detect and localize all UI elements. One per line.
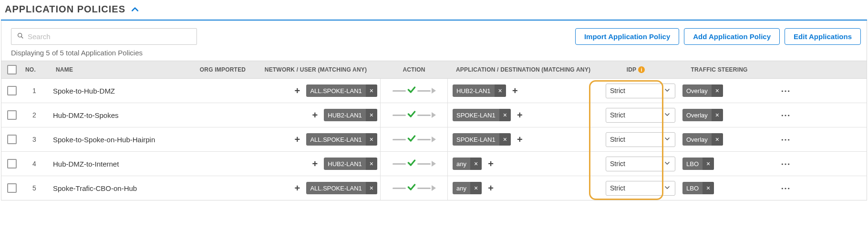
tag: any × — [453, 182, 482, 194]
table-row: 3 Spoke-to-Spoke-on-Hub-Hairpin + ALL.SP… — [1, 127, 867, 152]
idp-select-value: Strict — [610, 87, 625, 95]
idp-select-value: Strict — [610, 160, 625, 168]
tag-label: any — [453, 160, 470, 168]
idp-select[interactable]: Strict — [606, 84, 675, 98]
add-network-button[interactable]: + — [310, 158, 320, 169]
row-menu-icon[interactable]: ⋯ — [781, 109, 791, 121]
table-row: 2 Hub-DMZ-to-Spokes + HUB2-LAN1 × SPOKE-… — [1, 103, 867, 127]
tag-remove-icon[interactable]: × — [470, 182, 482, 194]
tag-remove-icon[interactable]: × — [712, 133, 723, 146]
add-application-button[interactable]: + — [486, 158, 496, 169]
add-application-button[interactable]: + — [515, 134, 525, 145]
add-network-button[interactable]: + — [292, 85, 302, 96]
row-action-cell — [380, 79, 448, 103]
tag-label: ALL.SPOKE-LAN1 — [306, 87, 365, 95]
tag-label: HUB2-LAN1 — [324, 112, 366, 119]
row-checkbox[interactable] — [7, 86, 17, 95]
section-header[interactable]: APPLICATION POLICIES — [1, 3, 867, 21]
search-input[interactable] — [11, 28, 197, 45]
row-menu-icon[interactable]: ⋯ — [781, 182, 791, 194]
row-action-cell — [380, 176, 448, 200]
idp-select[interactable]: Strict — [606, 132, 675, 147]
add-application-button[interactable]: + — [510, 85, 520, 96]
tag-remove-icon[interactable]: × — [712, 109, 723, 121]
tag-remove-icon[interactable]: × — [366, 109, 377, 121]
add-network-button[interactable]: + — [292, 183, 302, 193]
info-icon[interactable]: i — [638, 66, 645, 73]
tag-label: ALL.SPOKE-LAN1 — [306, 136, 365, 143]
row-network-cell: + HUB2-LAN1 × — [248, 109, 380, 121]
add-network-button[interactable]: + — [292, 134, 302, 145]
tag: HUB2-LAN1 × — [324, 158, 377, 170]
svg-line-1 — [21, 36, 23, 38]
select-all-checkbox[interactable] — [7, 65, 17, 74]
tag: any × — [453, 158, 482, 170]
tag-label: HUB2-LAN1 — [453, 87, 495, 95]
tag: ALL.SPOKE-LAN1 × — [306, 84, 377, 97]
display-count: Displaying 5 of 5 total Application Poli… — [1, 47, 867, 61]
row-application-cell: any × + — [448, 158, 603, 170]
row-network-cell: + ALL.SPOKE-LAN1 × — [248, 133, 380, 146]
tag-remove-icon[interactable]: × — [366, 133, 377, 146]
tag: SPOKE-LAN1 × — [453, 133, 511, 146]
action-allow-icon — [393, 85, 436, 96]
tag: Overlay × — [682, 109, 723, 121]
row-action-cell — [380, 127, 448, 151]
idp-select-value: Strict — [610, 111, 625, 119]
row-checkbox[interactable] — [7, 110, 17, 120]
tag: HUB2-LAN1 × — [324, 109, 377, 121]
tag-remove-icon[interactable]: × — [366, 182, 377, 194]
tag-remove-icon[interactable]: × — [366, 158, 377, 170]
row-application-cell: SPOKE-LAN1 × + — [448, 133, 603, 146]
add-application-button[interactable]: + — [486, 183, 496, 193]
row-menu-icon[interactable]: ⋯ — [781, 158, 791, 169]
tag: SPOKE-LAN1 × — [453, 109, 511, 121]
add-application-button[interactable]: + — [515, 110, 525, 120]
idp-select-value: Strict — [610, 136, 625, 143]
idp-select[interactable]: Strict — [606, 157, 675, 171]
tag-remove-icon[interactable]: × — [470, 158, 482, 170]
row-number: 4 — [22, 160, 46, 168]
add-application-policy-button[interactable]: Add Application Policy — [684, 28, 780, 45]
row-number: 5 — [22, 184, 46, 192]
toolbar: Import Application Policy Add Applicatio… — [1, 21, 867, 47]
tag-remove-icon[interactable]: × — [712, 84, 723, 97]
idp-select[interactable]: Strict — [606, 181, 675, 196]
chevron-up-icon[interactable] — [130, 5, 140, 14]
tag-remove-icon[interactable]: × — [495, 84, 506, 97]
row-application-cell: HUB2-LAN1 × + — [448, 84, 603, 97]
tag: LBO × — [682, 158, 714, 170]
tag-label: any — [453, 185, 470, 192]
row-idp-cell: Strict — [603, 84, 678, 98]
tag-remove-icon[interactable]: × — [703, 158, 714, 170]
policies-table: NO. NAME ORG IMPORTED NETWORK / USER (MA… — [1, 61, 867, 200]
tag-remove-icon[interactable]: × — [703, 182, 714, 194]
idp-select[interactable]: Strict — [606, 108, 675, 123]
action-allow-icon — [393, 182, 436, 194]
tag: HUB2-LAN1 × — [453, 84, 506, 97]
tag-remove-icon[interactable]: × — [366, 84, 377, 97]
chevron-down-icon — [663, 111, 671, 120]
chevron-down-icon — [663, 86, 671, 95]
tag: LBO × — [682, 182, 714, 194]
row-traffic-steering-cell: Overlay × — [678, 109, 775, 121]
row-checkbox[interactable] — [7, 183, 17, 193]
row-network-cell: + ALL.SPOKE-LAN1 × — [248, 84, 380, 97]
import-application-policy-button[interactable]: Import Application Policy — [575, 28, 679, 45]
row-action-cell — [380, 152, 448, 176]
row-checkbox[interactable] — [7, 159, 17, 168]
row-network-cell: + ALL.SPOKE-LAN1 × — [248, 182, 380, 194]
action-allow-icon — [393, 134, 436, 145]
edit-applications-button[interactable]: Edit Applications — [785, 28, 861, 45]
row-menu-icon[interactable]: ⋯ — [781, 85, 791, 96]
add-network-button[interactable]: + — [310, 110, 320, 120]
tag: ALL.SPOKE-LAN1 × — [306, 182, 377, 194]
tag-label: Overlay — [682, 112, 712, 119]
tag-remove-icon[interactable]: × — [499, 133, 511, 146]
row-application-cell: SPOKE-LAN1 × + — [448, 109, 603, 121]
col-header-application: APPLICATION / DESTINATION (MATCHING ANY) — [448, 66, 599, 73]
tag-remove-icon[interactable]: × — [499, 109, 511, 121]
row-menu-icon[interactable]: ⋯ — [781, 134, 791, 145]
row-traffic-steering-cell: LBO × — [678, 182, 775, 194]
row-checkbox[interactable] — [7, 135, 17, 144]
